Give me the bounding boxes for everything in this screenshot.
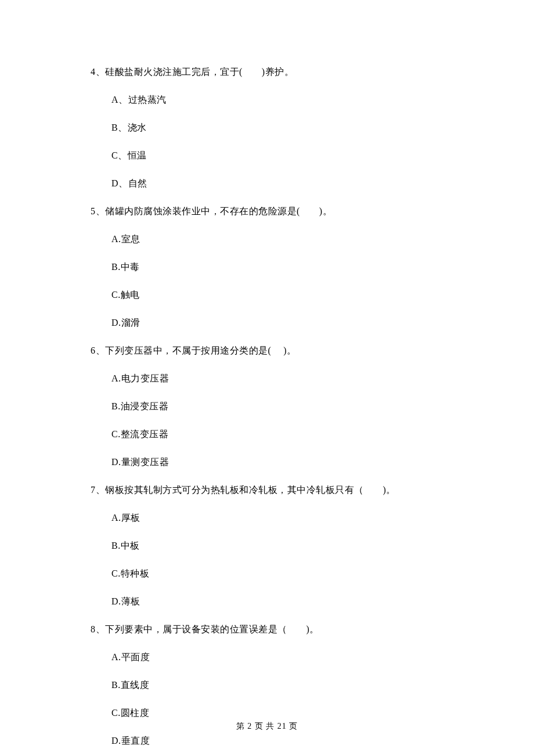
option-b: B、浇水 (111, 121, 443, 135)
page: 4、硅酸盐耐火浇注施工完后，宜于( )养护。 A、过热蒸汽 B、浇水 C、恒温 … (0, 0, 534, 756)
options-group: A、过热蒸汽 B、浇水 C、恒温 D、自然 (91, 93, 443, 190)
option-b: B.中板 (111, 539, 443, 553)
question-7: 7、钢板按其轧制方式可分为热轧板和冷轧板，其中冷轧板只有（ )。 A.厚板 B.… (91, 483, 443, 609)
question-stem: 6、下列变压器中，不属于按用途分类的是( )。 (91, 344, 443, 358)
option-d: D.薄板 (111, 595, 443, 609)
options-group: A.电力变压器 B.油浸变压器 C.整流变压器 D.量测变压器 (91, 372, 443, 469)
option-d: D、自然 (111, 177, 443, 190)
options-group: A.厚板 B.中板 C.特种板 D.薄板 (91, 511, 443, 609)
option-c: C.整流变压器 (111, 427, 443, 441)
option-a: A.电力变压器 (111, 372, 443, 386)
options-group: A.平面度 B.直线度 C.圆柱度 D.垂直度 (91, 650, 443, 748)
question-4: 4、硅酸盐耐火浇注施工完后，宜于( )养护。 A、过热蒸汽 B、浇水 C、恒温 … (91, 65, 443, 190)
question-stem: 5、储罐内防腐蚀涂装作业中，不存在的危险源是( )。 (91, 204, 443, 218)
option-a: A.室息 (111, 232, 443, 246)
page-footer: 第 2 页 共 21 页 (0, 721, 534, 732)
option-a: A.平面度 (111, 650, 443, 664)
question-stem: 4、硅酸盐耐火浇注施工完后，宜于( )养护。 (91, 65, 443, 79)
option-a: A.厚板 (111, 511, 443, 525)
option-c: C.特种板 (111, 567, 443, 581)
option-c: C、恒温 (111, 149, 443, 163)
option-c: C.触电 (111, 288, 443, 302)
option-b: B.油浸变压器 (111, 399, 443, 413)
option-b: B.中毒 (111, 260, 443, 274)
option-d: D.垂直度 (111, 734, 443, 748)
option-d: D.量测变压器 (111, 455, 443, 469)
option-a: A、过热蒸汽 (111, 93, 443, 107)
option-c: C.圆柱度 (111, 706, 443, 720)
option-d: D.溜滑 (111, 316, 443, 330)
question-stem: 8、下列要素中，属于设备安装的位置误差是（ )。 (91, 622, 443, 636)
question-stem: 7、钢板按其轧制方式可分为热轧板和冷轧板，其中冷轧板只有（ )。 (91, 483, 443, 497)
question-6: 6、下列变压器中，不属于按用途分类的是( )。 A.电力变压器 B.油浸变压器 … (91, 344, 443, 469)
option-b: B.直线度 (111, 678, 443, 692)
question-5: 5、储罐内防腐蚀涂装作业中，不存在的危险源是( )。 A.室息 B.中毒 C.触… (91, 204, 443, 330)
options-group: A.室息 B.中毒 C.触电 D.溜滑 (91, 232, 443, 330)
